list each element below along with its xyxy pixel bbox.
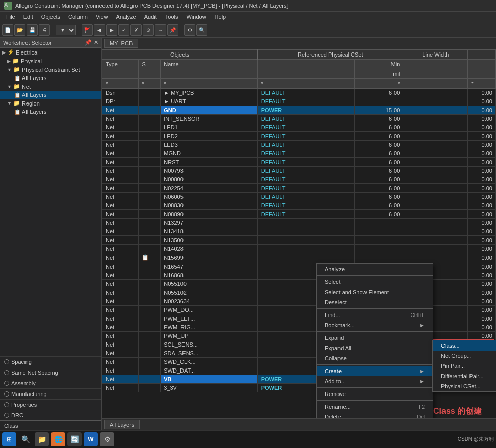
table-row[interactable]: NetN132970.00 — [102, 219, 496, 227]
table-row[interactable]: NetN0551020.00 — [102, 288, 496, 297]
ctx-item[interactable]: Rename...F2 — [317, 402, 433, 412]
table-row[interactable]: NetLED3DEFAULT6.000.00 — [102, 141, 496, 149]
ctx-item[interactable]: Select — [317, 277, 433, 287]
table-row[interactable]: NetN134180.00 — [102, 227, 496, 236]
taskbar-icon-5[interactable]: ⚙ — [100, 432, 114, 446]
taskbar-icon-4[interactable]: W — [84, 432, 98, 446]
submenu-item[interactable]: Net Group... — [433, 351, 496, 361]
table-row[interactable]: NetNRSTDEFAULT6.000.00 — [102, 158, 496, 167]
table-row[interactable]: NetPWM_UP0.00 — [102, 332, 496, 340]
table-row[interactable]: NetN08830DEFAULT6.000.00 — [102, 201, 496, 210]
tab-assembly[interactable]: Assembly — [0, 378, 101, 388]
sidebar-item-electrical[interactable]: ▶ ⚡ Electrical — [0, 48, 101, 57]
toolbar-back[interactable]: ◀ — [94, 24, 105, 36]
alllayers-tab-btn[interactable]: All Layers — [104, 420, 140, 429]
submenu-item[interactable]: Physical CSet... — [433, 381, 496, 391]
table-row[interactable]: NetN135000.00 — [102, 236, 496, 245]
toolbar-circle[interactable]: ⊙ — [143, 24, 154, 36]
table-row[interactable]: NetN00236340.00 — [102, 297, 496, 306]
ctx-item[interactable]: Find...Ctrl+F — [317, 310, 433, 320]
toolbar-new[interactable]: 📄 — [2, 24, 13, 36]
search-button[interactable]: 🔍 — [18, 432, 33, 446]
ctx-item[interactable]: Create► — [317, 366, 433, 376]
menu-column[interactable]: Column — [64, 13, 92, 21]
tab-manufacturing[interactable]: Manufacturing — [0, 388, 101, 399]
table-row[interactable]: NetPWM_DO...0.00 — [102, 306, 496, 314]
submenu-item[interactable]: Differential Pair... — [433, 371, 496, 381]
menu-objects[interactable]: Objects — [37, 13, 64, 21]
menu-tools[interactable]: Tools — [161, 13, 182, 21]
toolbar-magnify[interactable]: 🔍 — [196, 24, 207, 36]
table-row[interactable]: NetN00793DEFAULT6.000.00 — [102, 167, 496, 175]
submenu-item[interactable]: Pin Pair... — [433, 361, 496, 371]
sidebar-item-alllayers-region[interactable]: 📋 All Layers — [0, 108, 101, 116]
ctx-item[interactable]: Bookmark...► — [317, 320, 433, 330]
sidebar-item-alllayers-pcs[interactable]: 📋 All Layers — [0, 74, 101, 82]
table-row[interactable]: NetN06005DEFAULT6.000.00 — [102, 193, 496, 201]
ctx-item[interactable]: Select and Show Element — [317, 287, 433, 297]
ctx-item[interactable]: Expand — [317, 333, 433, 343]
taskbar-icon-2[interactable]: 🌐 — [51, 432, 65, 446]
cell-e — [403, 167, 468, 175]
sidebar-item-alllayers-net[interactable]: 📋 All Layers — [0, 91, 101, 99]
ctx-item[interactable]: Collapse — [317, 353, 433, 363]
table-row[interactable]: NetLED2DEFAULT6.000.00 — [102, 132, 496, 141]
menu-view[interactable]: View — [92, 13, 112, 21]
table-wrapper[interactable]: Objects Referenced Physical CSet Line Wi… — [102, 49, 496, 418]
table-row[interactable]: Dsn► MY_PCBDEFAULT6.000.00 — [102, 89, 496, 97]
taskbar-icon-3[interactable]: 🔄 — [67, 432, 82, 446]
table-row[interactable]: NetN08890DEFAULT6.000.00 — [102, 210, 496, 219]
ctx-item[interactable]: Deselect — [317, 297, 433, 307]
table-row[interactable]: NetLED1DEFAULT6.000.00 — [102, 123, 496, 132]
start-button[interactable]: ⊞ — [2, 432, 16, 446]
menu-edit[interactable]: Edit — [19, 13, 37, 21]
toolbar-x[interactable]: ✗ — [130, 24, 142, 36]
table-row[interactable]: NetMGNDDEFAULT6.000.00 — [102, 149, 496, 158]
table-row[interactable]: NetN02254DEFAULT6.000.00 — [102, 184, 496, 193]
toolbar-gear[interactable]: ⚙ — [184, 24, 195, 36]
menu-window[interactable]: Window — [182, 13, 210, 21]
table-row[interactable]: NetN0551000.00 — [102, 280, 496, 288]
sidebar-pin-icon[interactable]: 📌 — [85, 39, 92, 46]
table-row[interactable]: NetN168680.00 — [102, 271, 496, 280]
table-row[interactable]: NetPWM_RIG...0.00 — [102, 323, 496, 332]
table-row[interactable]: NetGNDPOWER15.000.00 — [102, 106, 496, 115]
ctx-item[interactable]: Expand All — [317, 343, 433, 353]
sidebar-item-region[interactable]: ▼ 📁 Region — [0, 99, 101, 108]
sidebar-item-pcs[interactable]: ▼ 📁 Physical Constraint Set — [0, 65, 101, 74]
table-row[interactable]: NetN140280.00 — [102, 245, 496, 253]
toolbar-flag[interactable]: 🚩 — [82, 24, 93, 36]
tab-spacing[interactable]: Spacing — [0, 356, 101, 367]
taskbar-icon-1[interactable]: 📁 — [35, 432, 49, 446]
ctx-item[interactable]: Remove — [317, 389, 433, 399]
tab-same-net-spacing[interactable]: Same Net Spacing — [0, 367, 101, 378]
toolbar-open[interactable]: 📂 — [14, 24, 25, 36]
table-row[interactable]: NetN165470.00 — [102, 262, 496, 271]
table-row[interactable]: NetPWM_LEF...0.00 — [102, 314, 496, 323]
tab-drc[interactable]: DRC — [0, 410, 101, 420]
toolbar-pin[interactable]: 📌 — [167, 24, 178, 36]
menu-file[interactable]: File — [2, 13, 19, 21]
submenu-item[interactable]: Class... — [433, 340, 496, 351]
toolbar-fwd[interactable]: ▶ — [106, 24, 117, 36]
sidebar-item-net[interactable]: ▼ 📁 Net — [0, 82, 101, 91]
sidebar-close-icon[interactable]: ✕ — [94, 39, 98, 46]
ctx-item[interactable]: Add to...► — [317, 376, 433, 386]
menu-help[interactable]: Help — [211, 13, 230, 21]
sidebar-item-physical[interactable]: ▶ 📁 Physical — [0, 57, 101, 65]
toolbar-dropdown-1[interactable]: ▼ — [56, 25, 76, 35]
toolbar-check[interactable]: ✓ — [118, 24, 129, 36]
table-row[interactable]: DPr► UARTDEFAULT0.00 — [102, 97, 496, 106]
content-tab-mypcb[interactable]: MY_PCB — [104, 39, 138, 48]
menu-analyze[interactable]: Analyze — [112, 13, 140, 21]
tab-properties[interactable]: Properties — [0, 399, 101, 410]
table-row[interactable]: Net📋N156990.00 — [102, 253, 496, 262]
toolbar-print[interactable]: 🖨 — [39, 24, 50, 36]
table-row[interactable]: NetN00800DEFAULT6.000.00 — [102, 175, 496, 184]
table-row[interactable]: NetINT_SENSORDEFAULT6.000.00 — [102, 115, 496, 123]
ctx-item[interactable]: DeleteDel — [317, 412, 433, 418]
toolbar-save[interactable]: 💾 — [27, 24, 38, 36]
toolbar-arrow[interactable]: → — [155, 24, 166, 36]
menu-audit[interactable]: Audit — [140, 13, 161, 21]
ctx-item[interactable]: Analyze — [317, 264, 433, 274]
